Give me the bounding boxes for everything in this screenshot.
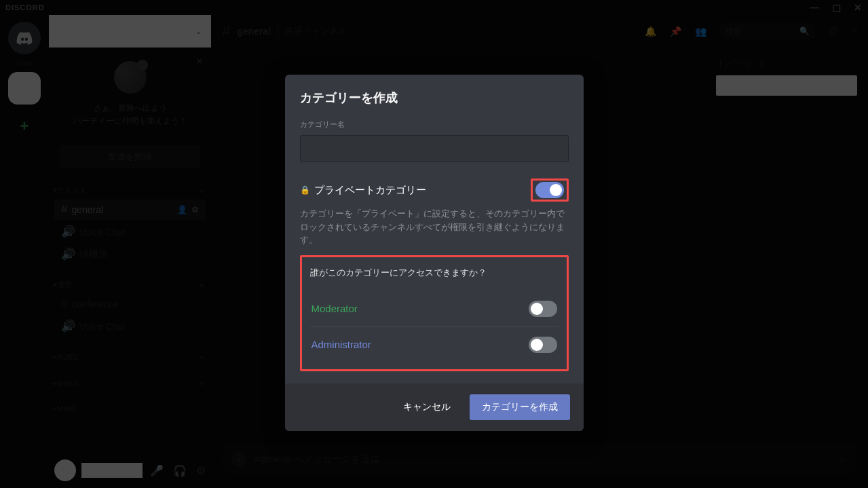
private-toggle[interactable] (535, 182, 564, 198)
role-row-administrator: Administrator (310, 326, 559, 362)
role-row-moderator: Moderator (310, 291, 559, 326)
role-toggle-moderator[interactable] (529, 301, 557, 317)
name-label: カテゴリー名 (300, 119, 569, 130)
create-category-modal: カテゴリーを作成 カテゴリー名 🔒 プライベートカテゴリー カテゴリーを「プライ… (285, 75, 584, 431)
modal-footer: キャンセル カテゴリーを作成 (285, 383, 584, 431)
create-category-button[interactable]: カテゴリーを作成 (470, 394, 570, 420)
access-section: 誰がこのカテゴリーにアクセスできますか？ Moderator Administr… (300, 255, 569, 371)
role-name: Administrator (312, 339, 529, 350)
private-description: カテゴリーを「プライベート」に設定すると、そのカテゴリー内でロックされているチャ… (300, 207, 569, 247)
modal-title: カテゴリーを作成 (300, 90, 569, 106)
role-toggle-administrator[interactable] (529, 337, 557, 353)
role-name: Moderator (312, 303, 529, 314)
category-name-input[interactable] (300, 135, 569, 162)
lock-icon: 🔒 (300, 185, 310, 195)
modal-overlay: カテゴリーを作成 カテゴリー名 🔒 プライベートカテゴリー カテゴリーを「プライ… (0, 0, 868, 488)
cancel-button[interactable]: キャンセル (391, 394, 463, 420)
access-title: 誰がこのカテゴリーにアクセスできますか？ (310, 267, 559, 279)
private-label: プライベートカテゴリー (314, 184, 531, 197)
